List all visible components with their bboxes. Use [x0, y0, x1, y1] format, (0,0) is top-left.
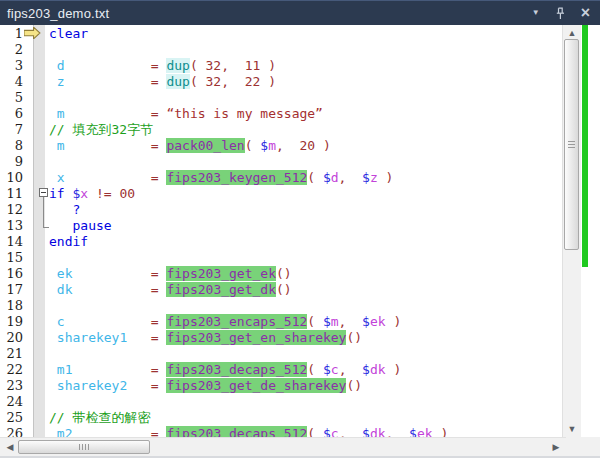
- line-number[interactable]: 10: [0, 170, 23, 185]
- fold-guide-end: [43, 227, 49, 228]
- document-title: fips203_demo.txt: [0, 6, 532, 21]
- bookmark-arrow-icon: [24, 27, 41, 39]
- code-line[interactable]: 11if $x != 00: [0, 185, 562, 201]
- code-text: clear: [49, 26, 88, 41]
- line-number[interactable]: 16: [0, 266, 23, 281]
- line-number[interactable]: 20: [0, 330, 23, 345]
- dropdown-arrow-icon[interactable]: ▼: [532, 9, 540, 17]
- vertical-scrollbar-thumb[interactable]: [564, 39, 579, 250]
- line-number[interactable]: 5: [0, 90, 23, 105]
- line-number[interactable]: 18: [0, 298, 23, 313]
- code-line[interactable]: 26 m2 = fips203_decaps_512( $c, $dk, $ek…: [0, 425, 562, 437]
- scroll-left-button[interactable]: ◀: [2, 438, 18, 454]
- editor-content: 1clear23 d = dup( 32, 11 )4 z = dup( 32,…: [0, 25, 600, 437]
- code-text: d = dup( 32, 11 ): [49, 58, 276, 73]
- titlebar-buttons: ▼ ×: [532, 6, 600, 20]
- code-line[interactable]: 20 sharekey1 = fips203_get_en_sharekey(): [0, 329, 562, 345]
- code-line[interactable]: 8 m = pack00_len( $m, 20 ): [0, 137, 562, 153]
- code-line[interactable]: 18: [0, 297, 562, 313]
- code-editor[interactable]: 1clear23 d = dup( 32, 11 )4 z = dup( 32,…: [0, 25, 562, 437]
- line-number[interactable]: 15: [0, 250, 23, 265]
- code-line[interactable]: 10 x = fips203_keygen_512( $d, $z ): [0, 169, 562, 185]
- line-number[interactable]: 13: [0, 218, 23, 233]
- line-number[interactable]: 26: [0, 426, 23, 437]
- pin-icon[interactable]: [555, 7, 566, 20]
- code-text: dk = fips203_get_dk(): [49, 282, 292, 297]
- code-line[interactable]: 9: [0, 153, 562, 169]
- scrollbar-corner: [566, 437, 600, 456]
- thumb-grip: [568, 141, 575, 149]
- code-line[interactable]: 5: [0, 89, 562, 105]
- code-line[interactable]: 24: [0, 393, 562, 409]
- code-line[interactable]: 14endif: [0, 233, 562, 249]
- code-line[interactable]: 2: [0, 41, 562, 57]
- code-text: // 填充到32字节: [49, 122, 153, 137]
- line-number[interactable]: 12: [0, 202, 23, 217]
- code-line[interactable]: 15: [0, 249, 562, 265]
- code-text: ?: [49, 202, 80, 217]
- code-text: pause: [49, 218, 112, 233]
- code-line[interactable]: 12 ?: [0, 201, 562, 217]
- code-text: m = “this is my message”: [49, 106, 323, 121]
- line-number[interactable]: 25: [0, 410, 23, 425]
- code-line[interactable]: 22 m1 = fips203_decaps_512( $c, $dk ): [0, 361, 562, 377]
- fold-collapse-icon[interactable]: [39, 188, 48, 197]
- code-text: m1 = fips203_decaps_512( $c, $dk ): [49, 362, 401, 377]
- code-line[interactable]: 13 pause: [0, 217, 562, 233]
- line-number[interactable]: 14: [0, 234, 23, 249]
- line-number[interactable]: 19: [0, 314, 23, 329]
- vertical-scrollbar[interactable]: ▲ ▼: [562, 25, 581, 437]
- close-icon[interactable]: ×: [581, 6, 590, 20]
- code-text: // 带检查的解密: [49, 410, 150, 425]
- editor-window: fips203_demo.txt ▼ × 1clear23 d = dup: [0, 0, 600, 458]
- code-text: x = fips203_keygen_512( $d, $z ): [49, 170, 393, 185]
- code-text: ek = fips203_get_ek(): [49, 266, 292, 281]
- code-text: c = fips203_encaps_512( $m, $ek ): [49, 314, 401, 329]
- line-number[interactable]: 1: [0, 26, 23, 41]
- line-number[interactable]: 2: [0, 42, 23, 57]
- horizontal-scrollbar-thumb[interactable]: [18, 440, 150, 454]
- thumb-grip: [79, 444, 89, 450]
- line-number[interactable]: 24: [0, 394, 23, 409]
- line-number[interactable]: 7: [0, 122, 23, 137]
- code-text: if $x != 00: [49, 186, 135, 201]
- line-number[interactable]: 6: [0, 106, 23, 121]
- line-number[interactable]: 8: [0, 138, 23, 153]
- code-line[interactable]: 17 dk = fips203_get_dk(): [0, 281, 562, 297]
- horizontal-scrollbar[interactable]: ◀ ▶: [0, 437, 566, 456]
- line-number[interactable]: 4: [0, 74, 23, 89]
- code-text: z = dup( 32, 22 ): [49, 74, 276, 89]
- code-text: sharekey2 = fips203_get_de_sharekey(): [49, 378, 362, 393]
- change-tracking-bar: [582, 25, 588, 267]
- code-line[interactable]: 23 sharekey2 = fips203_get_de_sharekey(): [0, 377, 562, 393]
- code-line[interactable]: 6 m = “this is my message”: [0, 105, 562, 121]
- line-number[interactable]: 9: [0, 154, 23, 169]
- titlebar: fips203_demo.txt ▼ ×: [0, 0, 600, 25]
- code-line[interactable]: 4 z = dup( 32, 22 ): [0, 73, 562, 89]
- line-number[interactable]: 3: [0, 58, 23, 73]
- line-number[interactable]: 11: [0, 186, 23, 201]
- line-number[interactable]: 21: [0, 346, 23, 361]
- code-line[interactable]: 1clear: [0, 25, 562, 41]
- code-text: m2 = fips203_decaps_512( $c, $dk, $ek ): [49, 426, 448, 437]
- fold-guide-line: [43, 197, 44, 227]
- code-line[interactable]: 7// 填充到32字节: [0, 121, 562, 137]
- code-line[interactable]: 16 ek = fips203_get_ek(): [0, 265, 562, 281]
- code-line[interactable]: 25// 带检查的解密: [0, 409, 562, 425]
- code-text: sharekey1 = fips203_get_en_sharekey(): [49, 330, 362, 345]
- code-text: endif: [49, 234, 88, 249]
- code-line[interactable]: 21: [0, 345, 562, 361]
- scroll-down-button[interactable]: ▼: [563, 421, 581, 437]
- scroll-right-button[interactable]: ▶: [548, 438, 564, 454]
- line-number[interactable]: 22: [0, 362, 23, 377]
- line-number[interactable]: 17: [0, 282, 23, 297]
- code-line[interactable]: 3 d = dup( 32, 11 ): [0, 57, 562, 73]
- line-number[interactable]: 23: [0, 378, 23, 393]
- code-text: m = pack00_len( $m, 20 ): [49, 138, 331, 153]
- code-line[interactable]: 19 c = fips203_encaps_512( $m, $ek ): [0, 313, 562, 329]
